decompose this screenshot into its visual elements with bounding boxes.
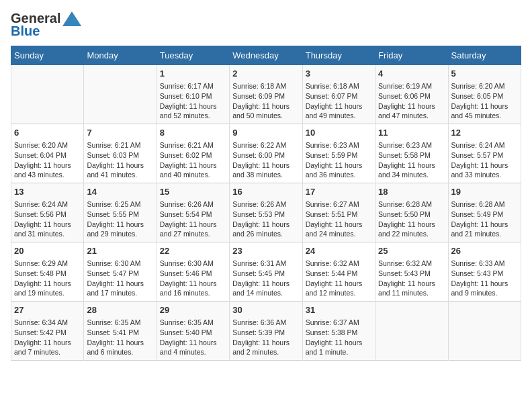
cell-info: Sunrise: 6:37 AMSunset: 5:38 PMDaylight:… [306, 318, 372, 357]
calendar-cell: 15Sunrise: 6:26 AMSunset: 5:54 PMDayligh… [157, 183, 229, 242]
day-number: 30 [232, 304, 299, 316]
cell-info: Sunrise: 6:29 AMSunset: 5:48 PMDaylight:… [14, 259, 81, 298]
weekday-header-row: SundayMondayTuesdayWednesdayThursdayFrid… [11, 46, 521, 65]
day-number: 17 [306, 186, 372, 198]
day-number: 5 [451, 68, 518, 80]
cell-info: Sunrise: 6:26 AMSunset: 5:53 PMDaylight:… [232, 199, 299, 239]
calendar-cell: 22Sunrise: 6:30 AMSunset: 5:46 PMDayligh… [157, 242, 229, 302]
day-number: 10 [306, 127, 372, 139]
calendar-cell: 30Sunrise: 6:36 AMSunset: 5:39 PMDayligh… [230, 302, 302, 361]
weekday-header: Sunday [11, 46, 84, 65]
cell-info: Sunrise: 6:17 AMSunset: 6:10 PMDaylight:… [160, 81, 226, 121]
calendar-cell: 17Sunrise: 6:27 AMSunset: 5:51 PMDayligh… [302, 183, 375, 242]
cell-info: Sunrise: 6:18 AMSunset: 6:07 PMDaylight:… [306, 81, 372, 121]
calendar-cell: 20Sunrise: 6:29 AMSunset: 5:48 PMDayligh… [11, 242, 84, 302]
cell-info: Sunrise: 6:35 AMSunset: 5:40 PMDaylight:… [160, 318, 226, 357]
day-number: 16 [232, 186, 299, 198]
day-number: 25 [378, 245, 445, 257]
day-number: 31 [306, 304, 372, 316]
day-number: 28 [87, 304, 153, 316]
calendar-cell [375, 302, 448, 361]
calendar-week-row: 6Sunrise: 6:20 AMSunset: 6:04 PMDaylight… [11, 124, 521, 183]
cell-info: Sunrise: 6:31 AMSunset: 5:45 PMDaylight:… [232, 259, 299, 298]
cell-info: Sunrise: 6:22 AMSunset: 6:00 PMDaylight:… [232, 140, 299, 180]
calendar-week-row: 13Sunrise: 6:24 AMSunset: 5:56 PMDayligh… [11, 183, 521, 242]
weekday-header: Wednesday [230, 46, 302, 65]
weekday-header: Tuesday [157, 46, 229, 65]
day-number: 19 [451, 186, 518, 198]
calendar-cell: 11Sunrise: 6:23 AMSunset: 5:58 PMDayligh… [375, 124, 448, 183]
cell-info: Sunrise: 6:21 AMSunset: 6:02 PMDaylight:… [160, 140, 226, 180]
day-number: 12 [451, 127, 518, 139]
cell-info: Sunrise: 6:23 AMSunset: 5:58 PMDaylight:… [378, 140, 445, 180]
calendar-week-row: 1Sunrise: 6:17 AMSunset: 6:10 PMDaylight… [11, 65, 521, 124]
calendar-cell: 16Sunrise: 6:26 AMSunset: 5:53 PMDayligh… [230, 183, 302, 242]
calendar-cell: 27Sunrise: 6:34 AMSunset: 5:42 PMDayligh… [11, 302, 84, 361]
day-number: 18 [378, 186, 445, 198]
cell-info: Sunrise: 6:28 AMSunset: 5:49 PMDaylight:… [451, 199, 518, 239]
cell-info: Sunrise: 6:20 AMSunset: 6:05 PMDaylight:… [451, 81, 518, 121]
cell-info: Sunrise: 6:32 AMSunset: 5:44 PMDaylight:… [306, 259, 372, 298]
calendar-cell: 9Sunrise: 6:22 AMSunset: 6:00 PMDaylight… [230, 124, 302, 183]
calendar-cell: 6Sunrise: 6:20 AMSunset: 6:04 PMDaylight… [11, 124, 84, 183]
weekday-header: Friday [375, 46, 448, 65]
day-number: 27 [14, 304, 81, 316]
day-number: 13 [14, 186, 81, 198]
day-number: 15 [160, 186, 226, 198]
day-number: 24 [306, 245, 372, 257]
day-number: 1 [160, 68, 226, 80]
calendar-cell: 12Sunrise: 6:24 AMSunset: 5:57 PMDayligh… [448, 124, 521, 183]
calendar-week-row: 27Sunrise: 6:34 AMSunset: 5:42 PMDayligh… [11, 302, 521, 361]
calendar-cell: 1Sunrise: 6:17 AMSunset: 6:10 PMDaylight… [157, 65, 229, 124]
day-number: 29 [160, 304, 226, 316]
calendar-cell: 21Sunrise: 6:30 AMSunset: 5:47 PMDayligh… [84, 242, 157, 302]
calendar-cell: 18Sunrise: 6:28 AMSunset: 5:50 PMDayligh… [375, 183, 448, 242]
day-number: 26 [451, 245, 518, 257]
calendar-cell: 14Sunrise: 6:25 AMSunset: 5:55 PMDayligh… [84, 183, 157, 242]
day-number: 21 [87, 245, 153, 257]
logo-blue: Blue [11, 24, 40, 39]
cell-info: Sunrise: 6:23 AMSunset: 5:59 PMDaylight:… [306, 140, 372, 180]
calendar-cell [11, 65, 84, 124]
cell-info: Sunrise: 6:32 AMSunset: 5:43 PMDaylight:… [378, 259, 445, 298]
cell-info: Sunrise: 6:24 AMSunset: 5:57 PMDaylight:… [451, 140, 518, 180]
weekday-header: Saturday [448, 46, 521, 65]
calendar-cell: 5Sunrise: 6:20 AMSunset: 6:05 PMDaylight… [448, 65, 521, 124]
calendar-cell: 4Sunrise: 6:19 AMSunset: 6:06 PMDaylight… [375, 65, 448, 124]
day-number: 9 [232, 127, 299, 139]
day-number: 11 [378, 127, 445, 139]
cell-info: Sunrise: 6:26 AMSunset: 5:54 PMDaylight:… [160, 199, 226, 239]
calendar-cell: 23Sunrise: 6:31 AMSunset: 5:45 PMDayligh… [230, 242, 302, 302]
page-header: General Blue [11, 11, 521, 39]
calendar-cell: 3Sunrise: 6:18 AMSunset: 6:07 PMDaylight… [302, 65, 375, 124]
cell-info: Sunrise: 6:34 AMSunset: 5:42 PMDaylight:… [14, 318, 81, 357]
logo: General Blue [11, 11, 81, 39]
calendar-cell [448, 302, 521, 361]
calendar-cell: 2Sunrise: 6:18 AMSunset: 6:09 PMDaylight… [230, 65, 302, 124]
weekday-header: Monday [84, 46, 157, 65]
day-number: 7 [87, 127, 153, 139]
cell-info: Sunrise: 6:19 AMSunset: 6:06 PMDaylight:… [378, 81, 445, 121]
cell-info: Sunrise: 6:28 AMSunset: 5:50 PMDaylight:… [378, 199, 445, 239]
cell-info: Sunrise: 6:30 AMSunset: 5:47 PMDaylight:… [87, 259, 153, 298]
cell-info: Sunrise: 6:21 AMSunset: 6:03 PMDaylight:… [87, 140, 153, 180]
day-number: 4 [378, 68, 445, 80]
cell-info: Sunrise: 6:18 AMSunset: 6:09 PMDaylight:… [232, 81, 299, 121]
calendar-cell: 7Sunrise: 6:21 AMSunset: 6:03 PMDaylight… [84, 124, 157, 183]
calendar-table: SundayMondayTuesdayWednesdayThursdayFrid… [11, 46, 521, 361]
calendar-cell: 10Sunrise: 6:23 AMSunset: 5:59 PMDayligh… [302, 124, 375, 183]
cell-info: Sunrise: 6:30 AMSunset: 5:46 PMDaylight:… [160, 259, 226, 298]
cell-info: Sunrise: 6:20 AMSunset: 6:04 PMDaylight:… [14, 140, 81, 180]
cell-info: Sunrise: 6:25 AMSunset: 5:55 PMDaylight:… [87, 199, 153, 239]
logo-icon [62, 11, 81, 26]
calendar-cell: 25Sunrise: 6:32 AMSunset: 5:43 PMDayligh… [375, 242, 448, 302]
calendar-cell: 26Sunrise: 6:33 AMSunset: 5:43 PMDayligh… [448, 242, 521, 302]
cell-info: Sunrise: 6:27 AMSunset: 5:51 PMDaylight:… [306, 199, 372, 239]
cell-info: Sunrise: 6:24 AMSunset: 5:56 PMDaylight:… [14, 199, 81, 239]
day-number: 14 [87, 186, 153, 198]
cell-info: Sunrise: 6:36 AMSunset: 5:39 PMDaylight:… [232, 318, 299, 357]
day-number: 8 [160, 127, 226, 139]
weekday-header: Thursday [302, 46, 375, 65]
day-number: 2 [232, 68, 299, 80]
calendar-cell: 19Sunrise: 6:28 AMSunset: 5:49 PMDayligh… [448, 183, 521, 242]
